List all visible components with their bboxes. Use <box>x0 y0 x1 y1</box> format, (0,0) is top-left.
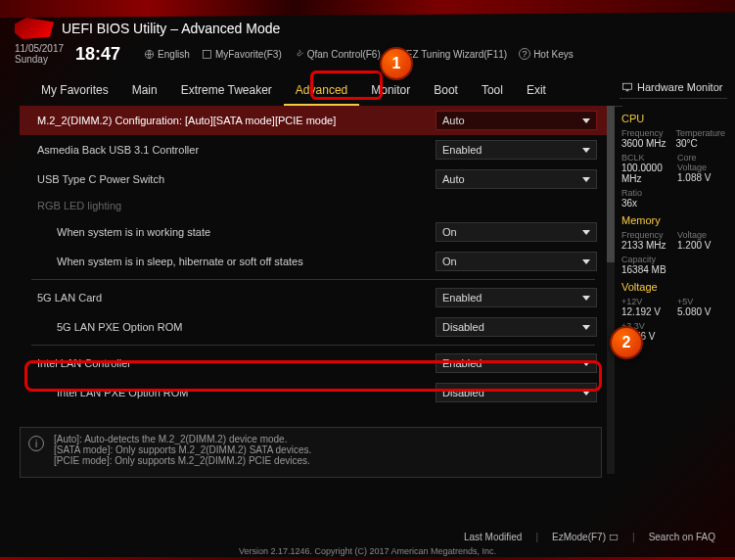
day: Sunday <box>15 54 64 65</box>
setting-label: 5G LAN Card <box>20 292 436 303</box>
hotkeys-button[interactable]: ?Hot Keys <box>519 48 574 60</box>
info-icon: i <box>28 436 44 451</box>
help-box: i [Auto]: Auto-detects the M.2_2(DIMM.2)… <box>20 427 602 478</box>
app-title: UEFI BIOS Utility – Advanced Mode <box>62 21 280 36</box>
setting-label: Intel LAN Controller <box>20 357 436 369</box>
chevron-down-icon <box>582 118 590 123</box>
dropdown-value: On <box>442 256 457 267</box>
setting-row[interactable]: 5G LAN CardEnabled <box>20 283 607 312</box>
setting-label: Intel LAN PXE Option ROM <box>20 387 436 398</box>
date-block: 11/05/2017 Sunday <box>15 43 64 65</box>
menu-extreme-tweaker[interactable]: Extreme Tweaker <box>169 76 284 106</box>
chevron-down-icon <box>582 148 590 153</box>
copyright: Version 2.17.1246. Copyright (C) 2017 Am… <box>0 546 735 556</box>
logo-area: UEFI BIOS Utility – Advanced Mode <box>15 18 280 39</box>
annotation-badge-2: 2 <box>610 326 643 359</box>
dropdown-value: Disabled <box>442 387 484 398</box>
menu-monitor[interactable]: Monitor <box>359 76 422 106</box>
setting-row[interactable]: M.2_2(DIMM.2) Configuration: [Auto][SATA… <box>20 106 607 135</box>
menu-exit[interactable]: Exit <box>515 76 558 106</box>
setting-row[interactable]: When system is in working stateOn <box>20 217 607 247</box>
setting-row[interactable]: Intel LAN PXE Option ROMDisabled <box>20 378 607 407</box>
help-line: [PCIE mode]: Only supports M.2_2(DIMM.2)… <box>54 455 311 466</box>
last-modified-button[interactable]: Last Modified <box>464 532 522 542</box>
footer-bar: Last Modified | EzMode(F7) | Search on F… <box>0 532 735 542</box>
voltage-heading: Voltage <box>621 281 725 293</box>
menu-tool[interactable]: Tool <box>470 76 515 106</box>
setting-dropdown[interactable]: On <box>436 252 597 271</box>
dropdown-value: Disabled <box>442 321 484 333</box>
time: 18:47 <box>75 44 120 65</box>
memory-heading: Memory <box>621 214 725 226</box>
setting-row[interactable]: Asmedia Back USB 3.1 ControllerEnabled <box>20 135 607 164</box>
chevron-down-icon <box>582 361 590 366</box>
rog-logo <box>15 18 54 39</box>
setting-label: When system is in sleep, hibernate or so… <box>20 256 436 267</box>
chevron-down-icon <box>582 391 590 396</box>
search-faq-button[interactable]: Search on FAQ <box>649 532 715 542</box>
svg-rect-1 <box>203 50 210 58</box>
help-line: [SATA mode]: Only supports M.2_2(DIMM.2)… <box>54 444 311 455</box>
date: 11/05/2017 <box>15 43 64 54</box>
annotation-badge-1: 1 <box>380 47 413 80</box>
hardware-monitor: Hardware Monitor CPU Frequency3600 MHzTe… <box>620 76 727 350</box>
ezmode-button[interactable]: EzMode(F7) <box>552 532 619 542</box>
setting-label: 5G LAN PXE Option ROM <box>20 321 436 333</box>
menu-main[interactable]: Main <box>120 76 169 106</box>
setting-row[interactable]: Intel LAN ControllerEnabled <box>20 349 607 378</box>
setting-label: When system is in working state <box>20 226 436 238</box>
cpu-heading: CPU <box>621 113 725 124</box>
scroll-thumb[interactable] <box>607 106 615 262</box>
menu-my-favorites[interactable]: My Favorites <box>29 76 120 106</box>
setting-label: USB Type C Power Switch <box>20 173 436 185</box>
setting-dropdown[interactable]: Disabled <box>436 317 597 337</box>
info-bar: 11/05/2017 Sunday 18:47 English MyFavori… <box>15 43 720 65</box>
dropdown-value: Enabled <box>442 292 482 303</box>
qfan-button[interactable]: Qfan Control(F6) <box>294 49 381 60</box>
setting-dropdown[interactable]: Enabled <box>436 288 597 307</box>
svg-rect-2 <box>623 83 632 89</box>
dropdown-value: Enabled <box>442 144 482 156</box>
settings-panel: M.2_2(DIMM.2) Configuration: [Auto][SATA… <box>20 106 607 474</box>
setting-dropdown[interactable]: Enabled <box>436 140 597 160</box>
dropdown-value: Auto <box>442 173 465 185</box>
dropdown-value: Auto <box>442 115 465 126</box>
menu-boot[interactable]: Boot <box>422 76 470 106</box>
chevron-down-icon <box>582 259 590 264</box>
setting-dropdown[interactable]: Auto <box>436 169 597 189</box>
setting-dropdown[interactable]: On <box>436 222 597 242</box>
dropdown-value: On <box>442 226 457 238</box>
language-selector[interactable]: English <box>144 49 190 60</box>
setting-row[interactable]: When system is in sleep, hibernate or so… <box>20 247 607 276</box>
myfavorite-button[interactable]: MyFavorite(F3) <box>202 49 282 60</box>
setting-dropdown[interactable]: Auto <box>436 111 597 130</box>
setting-label: Asmedia Back USB 3.1 Controller <box>20 144 436 156</box>
setting-row[interactable]: USB Type C Power SwitchAuto <box>20 164 607 194</box>
setting-dropdown[interactable]: Disabled <box>436 383 597 402</box>
setting-row[interactable]: 5G LAN PXE Option ROMDisabled <box>20 312 607 342</box>
scrollbar[interactable] <box>607 106 615 474</box>
chevron-down-icon <box>582 296 590 301</box>
main-menu: My FavoritesMainExtreme TweakerAdvancedM… <box>29 76 622 107</box>
menu-advanced[interactable]: Advanced <box>284 76 359 106</box>
setting-dropdown[interactable]: Enabled <box>436 353 597 373</box>
chevron-down-icon <box>582 230 590 235</box>
help-line: [Auto]: Auto-detects the M.2_2(DIMM.2) d… <box>54 434 311 444</box>
chevron-down-icon <box>582 325 590 330</box>
section-label: RGB LED lighting <box>20 194 607 217</box>
setting-label: M.2_2(DIMM.2) Configuration: [Auto][SATA… <box>20 115 436 126</box>
svg-rect-3 <box>610 535 618 539</box>
hw-monitor-title: Hardware Monitor <box>620 76 727 99</box>
dropdown-value: Enabled <box>442 357 482 369</box>
chevron-down-icon <box>582 177 590 182</box>
